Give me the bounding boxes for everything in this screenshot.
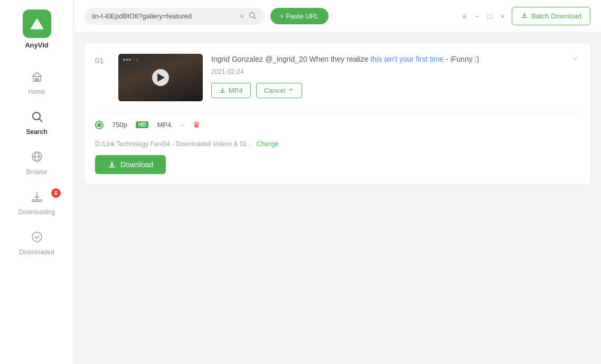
clear-url-button[interactable]: × — [240, 13, 244, 20]
size-label: -- — [180, 121, 184, 129]
quality-row: 750p HD MP4 -- ♛ — [95, 112, 580, 135]
video-card: 01 ●●●♡☆ Ingrid Gonzalez @_ingrid_20 Whe… — [84, 43, 590, 185]
video-title-highlight: this ain't your first time — [370, 55, 444, 63]
main-content: iin-t-l0EpdBtO8?gallery=featured × + Pas… — [74, 0, 601, 364]
batch-download-button[interactable]: Batch Download — [512, 7, 590, 25]
video-thumbnail[interactable]: ●●●♡☆ — [118, 54, 203, 101]
video-title-part1: Ingrid Gonzalez @_ingrid_20 When they re… — [211, 55, 370, 63]
radio-dot — [97, 123, 101, 127]
expand-collapse-button[interactable] — [570, 54, 580, 66]
home-icon — [31, 70, 43, 86]
file-path-row: D:/Link Technology Fan/04 - Downloaded V… — [95, 140, 580, 148]
svg-rect-1 — [35, 79, 39, 81]
topbar: iin-t-l0EpdBtO8?gallery=featured × + Pas… — [74, 0, 601, 33]
app-logo: AnyVid — [0, 0, 73, 56]
chevron-up-icon — [288, 87, 294, 94]
mp4-label: MP4 — [229, 87, 243, 94]
sidebar-item-home-label: Home — [28, 88, 45, 95]
play-button[interactable] — [152, 69, 169, 86]
downloading-icon — [31, 190, 43, 206]
search-icon — [31, 110, 43, 126]
sidebar-item-downloaded[interactable]: Downloaded — [0, 222, 73, 262]
video-title: Ingrid Gonzalez @_ingrid_20 When they re… — [211, 54, 562, 65]
crown-icon: ♛ — [193, 120, 200, 130]
quality-radio[interactable] — [95, 121, 104, 129]
file-path: D:/Link Technology Fan/04 - Downloaded V… — [95, 140, 251, 148]
video-title-part3: - iFunny :) — [444, 55, 479, 63]
sidebar-item-browse[interactable]: Browse — [0, 142, 73, 182]
mp4-format-button[interactable]: MP4 — [211, 83, 251, 98]
browse-icon — [31, 150, 43, 166]
cancel-button[interactable]: Cancel — [256, 83, 302, 98]
downloaded-icon — [31, 231, 43, 246]
video-info: Ingrid Gonzalez @_ingrid_20 When they re… — [211, 54, 562, 98]
video-actions: MP4 Cancel — [211, 83, 562, 98]
search-icon — [248, 11, 257, 22]
close-button[interactable]: × — [498, 12, 506, 21]
video-number: 01 — [95, 54, 110, 65]
sidebar-item-search[interactable]: Search — [0, 102, 73, 142]
logo-icon — [23, 9, 51, 38]
sidebar-item-downloading[interactable]: 6 Downloading — [0, 182, 73, 222]
batch-download-label: Batch Download — [531, 12, 581, 20]
app-name: AnyVid — [25, 41, 49, 49]
sidebar-item-downloading-label: Downloading — [18, 208, 55, 216]
sidebar-item-search-label: Search — [26, 128, 47, 136]
svg-point-2 — [33, 112, 40, 120]
svg-line-9 — [254, 17, 256, 19]
download-button-label: Download — [120, 160, 153, 169]
sidebar-item-home[interactable]: Home — [0, 62, 73, 102]
url-input-text: iin-t-l0EpdBtO8?gallery=featured — [92, 12, 236, 20]
svg-point-8 — [250, 12, 255, 17]
hd-badge: HD — [136, 121, 148, 128]
sidebar-item-downloaded-label: Downloaded — [19, 248, 54, 256]
play-triangle — [157, 73, 165, 82]
svg-line-3 — [39, 119, 42, 122]
url-input-wrap[interactable]: iin-t-l0EpdBtO8?gallery=featured × — [84, 8, 264, 25]
paste-url-button[interactable]: + Paste URL — [270, 8, 328, 24]
download-button[interactable]: Download — [95, 155, 166, 174]
cancel-label: Cancel — [264, 87, 285, 94]
sidebar-navigation: Home Search Browse 6 — [0, 62, 73, 262]
menu-button[interactable]: ≡ — [460, 12, 468, 21]
change-path-button[interactable]: Change — [257, 140, 279, 148]
format-label: MP4 — [157, 121, 171, 129]
svg-point-7 — [32, 232, 42, 242]
sidebar-item-browse-label: Browse — [26, 168, 47, 176]
minimize-button[interactable]: − — [473, 12, 481, 21]
search-area: iin-t-l0EpdBtO8?gallery=featured × + Pas… — [84, 8, 328, 25]
sidebar: AnyVid Home Search — [0, 0, 74, 364]
download-icon — [521, 12, 528, 21]
downloading-badge: 6 — [51, 188, 61, 198]
quality-label: 750p — [112, 121, 127, 129]
window-controls: ≡ − □ × — [460, 12, 506, 21]
maximize-button[interactable]: □ — [485, 12, 494, 21]
topbar-right: ≡ − □ × Batch Download — [460, 7, 590, 25]
content-area: 01 ●●●♡☆ Ingrid Gonzalez @_ingrid_20 Whe… — [74, 33, 601, 364]
video-date: 2021-02-24 — [211, 68, 562, 75]
video-header: 01 ●●●♡☆ Ingrid Gonzalez @_ingrid_20 Whe… — [95, 54, 580, 101]
